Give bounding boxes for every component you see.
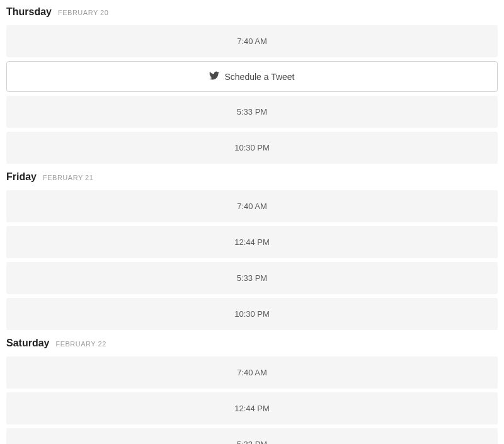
day-name: Friday bbox=[6, 171, 37, 183]
time-slot[interactable]: 10:30 PM bbox=[6, 298, 498, 330]
twitter-icon bbox=[209, 71, 219, 83]
day-name: Thursday bbox=[6, 6, 52, 18]
schedule-tweet-label: Schedule a Tweet bbox=[224, 72, 294, 82]
time-slot[interactable]: 5:33 PM bbox=[6, 262, 498, 294]
day-header: FridayFEBRUARY 21 bbox=[6, 171, 498, 183]
schedule-tweet-button[interactable]: Schedule a Tweet bbox=[6, 61, 498, 92]
day-header: SaturdayFEBRUARY 22 bbox=[6, 338, 498, 349]
time-slot[interactable]: 5:33 PM bbox=[6, 428, 498, 444]
time-slot[interactable]: 10:30 PM bbox=[6, 132, 498, 164]
day-date: FEBRUARY 21 bbox=[43, 174, 93, 181]
time-slot[interactable]: 7:40 AM bbox=[6, 356, 498, 389]
time-slot[interactable]: 5:33 PM bbox=[6, 96, 498, 128]
time-slot[interactable]: 12:44 PM bbox=[6, 226, 498, 258]
time-slot[interactable]: 7:40 AM bbox=[6, 25, 498, 57]
day-name: Saturday bbox=[6, 338, 49, 349]
day-header: ThursdayFEBRUARY 20 bbox=[6, 6, 498, 18]
day-date: FEBRUARY 22 bbox=[55, 340, 106, 348]
time-slot[interactable]: 12:44 PM bbox=[6, 392, 498, 424]
time-slot[interactable]: 7:40 AM bbox=[6, 190, 498, 222]
schedule-list: ThursdayFEBRUARY 207:40 AMSchedule a Twe… bbox=[6, 6, 498, 444]
day-date: FEBRUARY 20 bbox=[58, 9, 108, 16]
